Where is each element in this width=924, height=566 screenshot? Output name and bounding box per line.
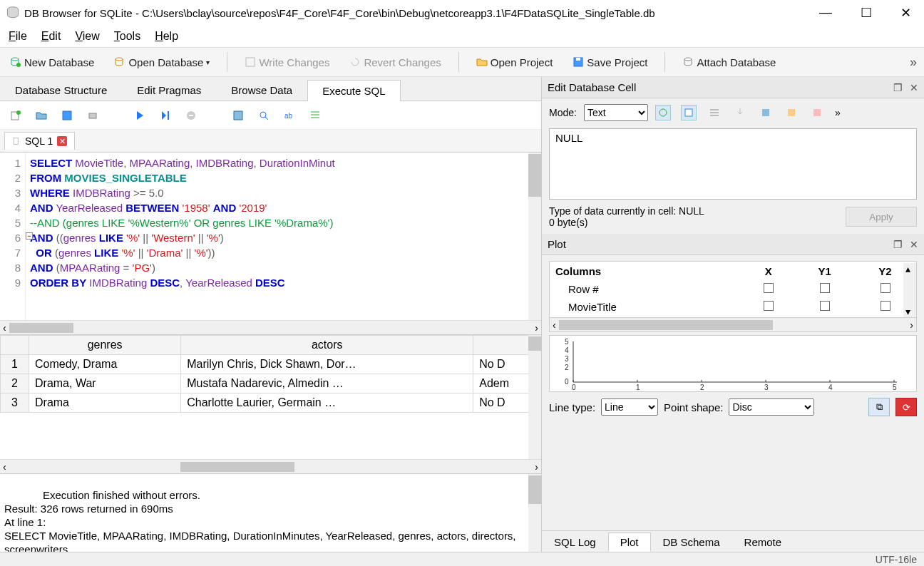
dock-plot-icon[interactable]: ❐ xyxy=(893,239,903,250)
svg-rect-6 xyxy=(576,58,580,61)
apply-button[interactable]: Apply xyxy=(846,207,917,227)
maximize-button[interactable]: ☐ xyxy=(861,5,872,21)
file-icon xyxy=(12,137,21,145)
svg-text:4: 4 xyxy=(565,346,569,354)
title-bar: DB Browser for SQLite - C:\Users\bclay\s… xyxy=(0,0,924,26)
svg-text:ab: ab xyxy=(284,112,293,120)
results-hscroll[interactable]: ‹› xyxy=(0,459,541,473)
tab-db-schema[interactable]: DB Schema xyxy=(651,532,732,552)
tab-database-structure[interactable]: Database Structure xyxy=(0,79,122,101)
indent-icon-2[interactable] xyxy=(707,105,722,120)
write-changes-button: Write Changes xyxy=(242,55,332,70)
point-shape-label: Point shape: xyxy=(664,401,723,413)
plot-col-row[interactable]: MovieTitle xyxy=(551,299,915,315)
svg-rect-11 xyxy=(89,113,96,118)
attach-icon xyxy=(682,56,694,68)
main-toolbar: New Database Open Database ▾ Write Chang… xyxy=(0,47,924,77)
menu-file[interactable]: File xyxy=(4,29,31,44)
svg-text:0: 0 xyxy=(565,378,569,386)
replace-icon[interactable]: ab xyxy=(284,110,295,121)
results-vscroll[interactable] xyxy=(528,335,541,459)
svg-text:2: 2 xyxy=(565,364,569,371)
tab-plot[interactable]: Plot xyxy=(608,532,651,552)
plot-cols-hscroll[interactable]: ‹› xyxy=(549,318,917,332)
indent-icon[interactable] xyxy=(309,110,321,121)
stop-icon[interactable] xyxy=(185,110,197,121)
open-database-button[interactable]: Open Database ▾ xyxy=(111,55,212,70)
overflow-icon[interactable]: » xyxy=(835,107,841,118)
col-genres[interactable]: genres xyxy=(29,336,181,355)
plot-col-row[interactable]: Row # xyxy=(551,281,915,297)
close-tab-icon[interactable]: ✕ xyxy=(57,136,67,146)
save-sql-icon[interactable] xyxy=(61,110,73,121)
dock-icon[interactable]: ❐ xyxy=(893,82,903,93)
set-null-icon[interactable] xyxy=(784,105,799,120)
editor-vscroll[interactable] xyxy=(528,153,541,320)
new-database-button[interactable]: New Database xyxy=(7,55,97,70)
execution-log[interactable]: Execution finished without errors. Resul… xyxy=(0,473,541,552)
close-button[interactable]: ✕ xyxy=(900,5,911,21)
line-type-select[interactable]: Line xyxy=(601,398,658,416)
word-wrap-icon[interactable] xyxy=(681,105,697,120)
menu-view[interactable]: View xyxy=(71,29,103,44)
export-icon[interactable] xyxy=(732,105,748,120)
cell-editor[interactable]: NULL xyxy=(549,128,917,200)
line-gutter: 123456789 xyxy=(0,153,26,320)
window-title: DB Browser for SQLite - C:\Users\bclay\s… xyxy=(24,7,819,19)
svg-text:4: 4 xyxy=(828,384,833,391)
editor-hscroll[interactable]: ‹› xyxy=(0,320,541,334)
sql-editor[interactable]: 123456789 − SELECT MovieTitle, MPAARatin… xyxy=(0,153,541,320)
col-actors[interactable]: actors xyxy=(181,336,473,355)
fold-icon[interactable]: − xyxy=(26,232,33,240)
plot-cols-vscroll[interactable]: ▴▾ xyxy=(903,263,916,317)
dropdown-icon[interactable]: ▾ xyxy=(206,58,210,66)
menu-help[interactable]: Help xyxy=(150,29,183,44)
close-panel-icon[interactable]: ✕ xyxy=(910,82,918,93)
auto-format-icon[interactable] xyxy=(655,105,671,120)
attach-database-button[interactable]: Attach Database xyxy=(679,55,779,70)
tab-browse-data[interactable]: Browse Data xyxy=(216,79,307,101)
refresh-plot-button[interactable]: ⟳ xyxy=(895,398,917,416)
minimize-button[interactable]: — xyxy=(819,5,832,21)
sql-tab-1[interactable]: SQL 1 ✕ xyxy=(4,132,75,150)
svg-point-19 xyxy=(659,109,667,116)
svg-text:2: 2 xyxy=(700,384,704,391)
menu-edit[interactable]: Edit xyxy=(37,29,66,44)
print-icon[interactable] xyxy=(87,110,98,121)
svg-text:3: 3 xyxy=(565,355,569,363)
point-shape-select[interactable]: Disc xyxy=(729,398,814,416)
toolbar-overflow-icon[interactable]: » xyxy=(910,55,917,70)
close-plot-icon[interactable]: ✕ xyxy=(910,239,918,250)
table-row[interactable]: 2Drama, WarMustafa Nadarevic, Almedin …A… xyxy=(1,374,541,393)
sql-code[interactable]: SELECT MovieTitle, MPAARating, IMDBRatin… xyxy=(26,153,541,320)
menu-tools[interactable]: Tools xyxy=(110,29,145,44)
save-project-button[interactable]: Save Project xyxy=(570,55,650,70)
svg-rect-15 xyxy=(234,111,242,120)
step-icon[interactable] xyxy=(160,110,171,121)
results-grid[interactable]: genres actors 1Comedy, DramaMarilyn Chri… xyxy=(0,334,541,459)
log-vscroll[interactable] xyxy=(528,474,541,552)
revert-changes-button: Revert Changes xyxy=(346,55,443,70)
checkbox[interactable] xyxy=(764,283,774,293)
plot-columns[interactable]: ColumnsXY1Y2 Row # MovieTitle ▴▾ xyxy=(549,261,917,318)
save-results-icon[interactable] xyxy=(232,110,244,121)
clear-icon[interactable] xyxy=(809,105,825,120)
tab-execute-sql[interactable]: Execute SQL xyxy=(307,80,400,101)
svg-text:1: 1 xyxy=(636,384,640,391)
svg-rect-23 xyxy=(813,109,821,116)
table-row[interactable]: 1Comedy, DramaMarilyn Chris, Dick Shawn,… xyxy=(1,355,541,374)
tab-remote[interactable]: Remote xyxy=(732,532,794,552)
table-row[interactable]: 3DramaCharlotte Laurier, Germain …No D xyxy=(1,393,541,413)
tab-sql-log[interactable]: SQL Log xyxy=(542,532,608,552)
import-icon[interactable] xyxy=(758,105,774,120)
open-sql-icon[interactable] xyxy=(36,110,47,121)
plot-chart[interactable]: 54320 012345 xyxy=(549,335,917,392)
copy-plot-button[interactable]: ⧉ xyxy=(868,398,890,416)
play-icon[interactable] xyxy=(134,110,145,121)
svg-point-9 xyxy=(16,110,21,115)
open-project-button[interactable]: Open Project xyxy=(473,55,556,70)
find-icon[interactable] xyxy=(258,110,270,121)
new-tab-icon[interactable] xyxy=(10,110,21,121)
mode-select[interactable]: Text xyxy=(584,104,648,121)
tab-edit-pragmas[interactable]: Edit Pragmas xyxy=(122,79,216,101)
